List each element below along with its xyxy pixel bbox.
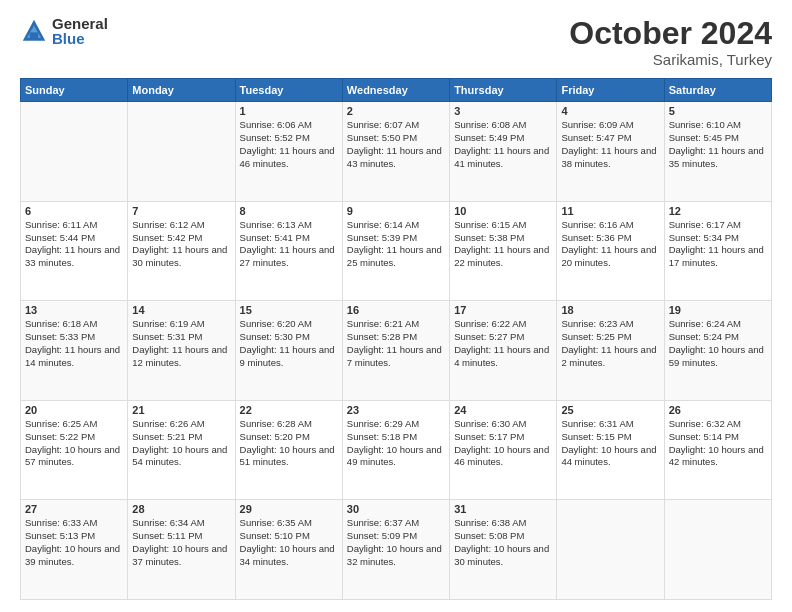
day-info: Sunrise: 6:10 AMSunset: 5:45 PMDaylight:… xyxy=(669,119,764,168)
day-info: Sunrise: 6:21 AMSunset: 5:28 PMDaylight:… xyxy=(347,318,442,367)
day-info: Sunrise: 6:29 AMSunset: 5:18 PMDaylight:… xyxy=(347,418,442,467)
day-number: 15 xyxy=(240,304,338,316)
table-row: 11 Sunrise: 6:16 AMSunset: 5:36 PMDaylig… xyxy=(557,201,664,301)
day-number: 16 xyxy=(347,304,445,316)
day-info: Sunrise: 6:15 AMSunset: 5:38 PMDaylight:… xyxy=(454,219,549,268)
day-number: 30 xyxy=(347,503,445,515)
table-row: 27 Sunrise: 6:33 AMSunset: 5:13 PMDaylig… xyxy=(21,500,128,600)
calendar-week-row: 6 Sunrise: 6:11 AMSunset: 5:44 PMDayligh… xyxy=(21,201,772,301)
table-row: 13 Sunrise: 6:18 AMSunset: 5:33 PMDaylig… xyxy=(21,301,128,401)
day-number: 14 xyxy=(132,304,230,316)
svg-rect-2 xyxy=(30,32,38,38)
day-number: 31 xyxy=(454,503,552,515)
day-number: 13 xyxy=(25,304,123,316)
table-row: 2 Sunrise: 6:07 AMSunset: 5:50 PMDayligh… xyxy=(342,102,449,202)
table-row: 6 Sunrise: 6:11 AMSunset: 5:44 PMDayligh… xyxy=(21,201,128,301)
day-info: Sunrise: 6:16 AMSunset: 5:36 PMDaylight:… xyxy=(561,219,656,268)
table-row: 3 Sunrise: 6:08 AMSunset: 5:49 PMDayligh… xyxy=(450,102,557,202)
table-row: 16 Sunrise: 6:21 AMSunset: 5:28 PMDaylig… xyxy=(342,301,449,401)
calendar-header-row: Sunday Monday Tuesday Wednesday Thursday… xyxy=(21,79,772,102)
day-info: Sunrise: 6:09 AMSunset: 5:47 PMDaylight:… xyxy=(561,119,656,168)
day-number: 21 xyxy=(132,404,230,416)
calendar-week-row: 13 Sunrise: 6:18 AMSunset: 5:33 PMDaylig… xyxy=(21,301,772,401)
day-number: 24 xyxy=(454,404,552,416)
day-number: 25 xyxy=(561,404,659,416)
day-number: 27 xyxy=(25,503,123,515)
day-number: 28 xyxy=(132,503,230,515)
col-friday: Friday xyxy=(557,79,664,102)
table-row: 23 Sunrise: 6:29 AMSunset: 5:18 PMDaylig… xyxy=(342,400,449,500)
day-number: 10 xyxy=(454,205,552,217)
day-number: 2 xyxy=(347,105,445,117)
table-row: 18 Sunrise: 6:23 AMSunset: 5:25 PMDaylig… xyxy=(557,301,664,401)
table-row: 21 Sunrise: 6:26 AMSunset: 5:21 PMDaylig… xyxy=(128,400,235,500)
col-saturday: Saturday xyxy=(664,79,771,102)
page: General Blue October 2024 Sarikamis, Tur… xyxy=(0,0,792,612)
day-info: Sunrise: 6:23 AMSunset: 5:25 PMDaylight:… xyxy=(561,318,656,367)
title-location: Sarikamis, Turkey xyxy=(569,51,772,68)
day-number: 1 xyxy=(240,105,338,117)
logo-general-text: General xyxy=(52,16,108,31)
day-info: Sunrise: 6:19 AMSunset: 5:31 PMDaylight:… xyxy=(132,318,227,367)
day-number: 8 xyxy=(240,205,338,217)
day-info: Sunrise: 6:37 AMSunset: 5:09 PMDaylight:… xyxy=(347,517,442,566)
logo-blue-text: Blue xyxy=(52,31,108,46)
day-info: Sunrise: 6:06 AMSunset: 5:52 PMDaylight:… xyxy=(240,119,335,168)
day-number: 26 xyxy=(669,404,767,416)
table-row: 28 Sunrise: 6:34 AMSunset: 5:11 PMDaylig… xyxy=(128,500,235,600)
col-monday: Monday xyxy=(128,79,235,102)
day-info: Sunrise: 6:08 AMSunset: 5:49 PMDaylight:… xyxy=(454,119,549,168)
day-info: Sunrise: 6:24 AMSunset: 5:24 PMDaylight:… xyxy=(669,318,764,367)
day-info: Sunrise: 6:20 AMSunset: 5:30 PMDaylight:… xyxy=(240,318,335,367)
logo: General Blue xyxy=(20,16,108,46)
table-row xyxy=(664,500,771,600)
table-row: 20 Sunrise: 6:25 AMSunset: 5:22 PMDaylig… xyxy=(21,400,128,500)
title-month: October 2024 xyxy=(569,16,772,51)
table-row: 30 Sunrise: 6:37 AMSunset: 5:09 PMDaylig… xyxy=(342,500,449,600)
day-info: Sunrise: 6:18 AMSunset: 5:33 PMDaylight:… xyxy=(25,318,120,367)
calendar-week-row: 20 Sunrise: 6:25 AMSunset: 5:22 PMDaylig… xyxy=(21,400,772,500)
table-row xyxy=(128,102,235,202)
day-info: Sunrise: 6:12 AMSunset: 5:42 PMDaylight:… xyxy=(132,219,227,268)
logo-text: General Blue xyxy=(52,16,108,46)
table-row: 26 Sunrise: 6:32 AMSunset: 5:14 PMDaylig… xyxy=(664,400,771,500)
day-info: Sunrise: 6:30 AMSunset: 5:17 PMDaylight:… xyxy=(454,418,549,467)
header: General Blue October 2024 Sarikamis, Tur… xyxy=(20,16,772,68)
table-row: 4 Sunrise: 6:09 AMSunset: 5:47 PMDayligh… xyxy=(557,102,664,202)
day-info: Sunrise: 6:28 AMSunset: 5:20 PMDaylight:… xyxy=(240,418,335,467)
table-row: 29 Sunrise: 6:35 AMSunset: 5:10 PMDaylig… xyxy=(235,500,342,600)
col-thursday: Thursday xyxy=(450,79,557,102)
col-wednesday: Wednesday xyxy=(342,79,449,102)
table-row: 8 Sunrise: 6:13 AMSunset: 5:41 PMDayligh… xyxy=(235,201,342,301)
table-row: 15 Sunrise: 6:20 AMSunset: 5:30 PMDaylig… xyxy=(235,301,342,401)
day-info: Sunrise: 6:22 AMSunset: 5:27 PMDaylight:… xyxy=(454,318,549,367)
day-info: Sunrise: 6:38 AMSunset: 5:08 PMDaylight:… xyxy=(454,517,549,566)
table-row: 24 Sunrise: 6:30 AMSunset: 5:17 PMDaylig… xyxy=(450,400,557,500)
table-row xyxy=(21,102,128,202)
day-info: Sunrise: 6:33 AMSunset: 5:13 PMDaylight:… xyxy=(25,517,120,566)
day-info: Sunrise: 6:17 AMSunset: 5:34 PMDaylight:… xyxy=(669,219,764,268)
day-info: Sunrise: 6:32 AMSunset: 5:14 PMDaylight:… xyxy=(669,418,764,467)
table-row: 5 Sunrise: 6:10 AMSunset: 5:45 PMDayligh… xyxy=(664,102,771,202)
table-row: 12 Sunrise: 6:17 AMSunset: 5:34 PMDaylig… xyxy=(664,201,771,301)
col-sunday: Sunday xyxy=(21,79,128,102)
title-block: October 2024 Sarikamis, Turkey xyxy=(569,16,772,68)
day-info: Sunrise: 6:26 AMSunset: 5:21 PMDaylight:… xyxy=(132,418,227,467)
table-row: 10 Sunrise: 6:15 AMSunset: 5:38 PMDaylig… xyxy=(450,201,557,301)
day-number: 19 xyxy=(669,304,767,316)
table-row: 1 Sunrise: 6:06 AMSunset: 5:52 PMDayligh… xyxy=(235,102,342,202)
calendar-table: Sunday Monday Tuesday Wednesday Thursday… xyxy=(20,78,772,600)
day-number: 6 xyxy=(25,205,123,217)
table-row: 7 Sunrise: 6:12 AMSunset: 5:42 PMDayligh… xyxy=(128,201,235,301)
table-row: 25 Sunrise: 6:31 AMSunset: 5:15 PMDaylig… xyxy=(557,400,664,500)
col-tuesday: Tuesday xyxy=(235,79,342,102)
table-row: 17 Sunrise: 6:22 AMSunset: 5:27 PMDaylig… xyxy=(450,301,557,401)
day-number: 17 xyxy=(454,304,552,316)
day-number: 12 xyxy=(669,205,767,217)
table-row: 14 Sunrise: 6:19 AMSunset: 5:31 PMDaylig… xyxy=(128,301,235,401)
day-number: 7 xyxy=(132,205,230,217)
day-number: 11 xyxy=(561,205,659,217)
day-info: Sunrise: 6:31 AMSunset: 5:15 PMDaylight:… xyxy=(561,418,656,467)
logo-icon xyxy=(20,17,48,45)
day-info: Sunrise: 6:07 AMSunset: 5:50 PMDaylight:… xyxy=(347,119,442,168)
